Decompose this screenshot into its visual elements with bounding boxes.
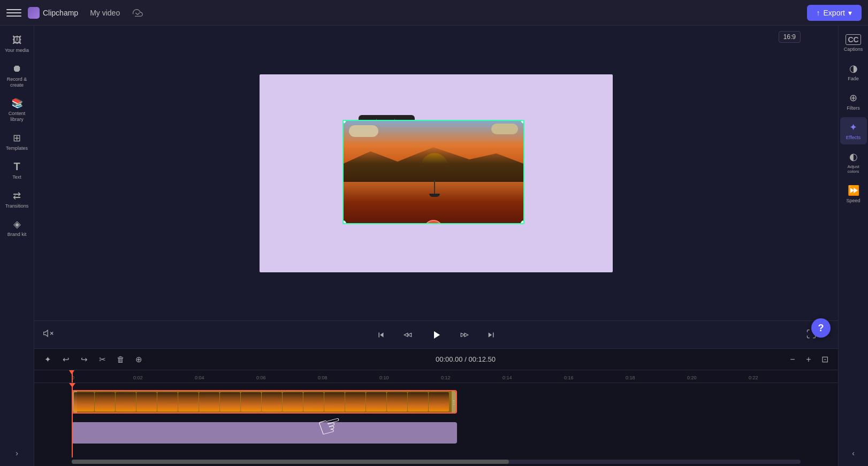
clip-frame — [241, 392, 261, 411]
captions-icon: CC — [846, 34, 861, 45]
sidebar-item-label-templates: Templates — [6, 146, 28, 151]
content-library-icon: 📚 — [11, 97, 23, 109]
right-sidebar: CC Captions ◑ Fade ⊕ Filters ✦ Effects ◐… — [838, 26, 868, 466]
resize-handle-bottom-right[interactable] — [521, 220, 524, 224]
timeline-time-display: 00:00.00 / 00:12.50 — [150, 355, 781, 363]
timeline-scrollbar[interactable] — [72, 460, 801, 464]
clip-frame — [95, 392, 115, 411]
right-tool-filters[interactable]: ⊕ Filters — [840, 88, 867, 115]
clip-frame — [199, 392, 219, 411]
clip-frame — [157, 392, 178, 411]
clip-frame — [387, 392, 407, 411]
right-tool-effects[interactable]: ✦ Effects — [840, 117, 867, 144]
preview-area: 16:9 ⊡ ⊟ ••• — [34, 26, 838, 320]
video-track: ⋮ — [72, 388, 838, 415]
zoom-controls: − + ⊡ — [786, 353, 832, 366]
audio-track — [72, 419, 838, 446]
timeline-playhead-line[interactable] — [72, 383, 73, 457]
right-tool-speed[interactable]: ⏩ Speed — [840, 180, 867, 208]
adjust-colors-icon: ◐ — [849, 151, 858, 163]
clip-handle-right[interactable]: ⋮ — [452, 391, 456, 412]
text-icon: T — [11, 161, 23, 173]
sidebar-item-label-brand: Brand kit — [7, 232, 27, 238]
main-layout: 🖼 Your media ⏺ Record &create 📚 Contentl… — [0, 26, 868, 466]
playback-bar — [34, 320, 838, 348]
undo-button[interactable]: ↩ — [59, 353, 73, 366]
delete-button[interactable]: 🗑 — [113, 353, 127, 366]
fade-icon: ◑ — [849, 63, 858, 74]
go-to-end-button[interactable] — [483, 327, 499, 343]
preview-canvas: ⊡ ⊟ ••• — [260, 74, 613, 272]
fast-forward-button[interactable] — [456, 327, 473, 343]
right-tool-fade[interactable]: ◑ Fade — [840, 58, 867, 86]
svg-line-0 — [136, 12, 138, 14]
right-sidebar-collapse[interactable]: ‹ — [848, 445, 859, 462]
zoom-in-button[interactable]: + — [802, 353, 816, 366]
export-label: Export — [824, 9, 845, 17]
redo-button[interactable]: ↪ — [77, 353, 91, 366]
timeline-tracks: ⋮ — [34, 383, 838, 457]
cut-button[interactable]: ✂ — [95, 353, 109, 366]
export-chevron: ▾ — [848, 9, 852, 17]
effects-label: Effects — [846, 135, 861, 140]
topbar: Clipchamp My video ↑ Export ▾ — [0, 0, 868, 26]
resize-handle-top-right[interactable] — [521, 120, 524, 124]
play-button[interactable] — [427, 325, 446, 345]
adjust-colors-label: Adjust colors — [842, 164, 865, 174]
hamburger-menu[interactable] — [6, 5, 21, 20]
app-name: Clipchamp — [43, 9, 78, 17]
video-clip-preview — [344, 121, 523, 223]
clip-frame — [116, 392, 136, 411]
help-button[interactable]: ? — [811, 318, 831, 338]
brand-kit-icon: ◈ — [11, 218, 23, 230]
record-create-icon: ⏺ — [11, 63, 23, 75]
video-title[interactable]: My video — [85, 6, 125, 19]
svg-line-1 — [138, 12, 140, 14]
speed-label: Speed — [846, 198, 860, 203]
sidebar-item-label-your-media: Your media — [5, 48, 29, 54]
logo-icon — [28, 7, 40, 19]
clip-frame — [262, 392, 282, 411]
export-icon: ↑ — [817, 9, 820, 17]
sidebar-item-content-library[interactable]: 📚 Contentlibrary — [2, 93, 32, 127]
video-clip-on-canvas[interactable] — [342, 120, 524, 224]
audio-track-clip[interactable] — [72, 422, 457, 444]
go-to-start-button[interactable] — [373, 327, 389, 343]
aspect-ratio-button[interactable]: 16:9 — [779, 31, 801, 43]
sidebar-item-brand-kit[interactable]: ◈ Brand kit — [2, 214, 32, 242]
add-track-button[interactable]: ⊕ — [132, 353, 146, 366]
effects-icon: ✦ — [849, 121, 857, 133]
clip-frames — [73, 391, 456, 412]
fade-label: Fade — [848, 76, 859, 81]
filters-icon: ⊕ — [849, 92, 857, 104]
video-track-clip[interactable]: ⋮ — [72, 390, 457, 414]
sidebar-item-templates[interactable]: ⊞ Templates — [2, 128, 32, 156]
sidebar-item-label-text: Text — [12, 174, 21, 180]
playhead-triangle — [69, 370, 74, 375]
add-media-button[interactable]: ✦ — [41, 353, 55, 366]
sidebar-expand-arrow[interactable]: › — [11, 445, 22, 462]
right-tool-captions[interactable]: CC Captions — [840, 30, 867, 56]
export-button[interactable]: ↑ Export ▾ — [807, 5, 862, 21]
zoom-out-button[interactable]: − — [786, 353, 800, 366]
sidebar-item-record-create[interactable]: ⏺ Record &create — [2, 59, 32, 93]
clip-frame — [136, 392, 157, 411]
fit-to-screen-button[interactable]: ⊡ — [818, 353, 832, 366]
clip-frame — [303, 392, 324, 411]
mute-button[interactable] — [43, 328, 54, 341]
left-sidebar: 🖼 Your media ⏺ Record &create 📚 Contentl… — [0, 26, 34, 466]
right-tool-adjust-colors[interactable]: ◐ Adjust colors — [840, 147, 867, 178]
sidebar-item-your-media[interactable]: 🖼 Your media — [2, 30, 32, 58]
sidebar-item-label-transitions: Transitions — [5, 203, 29, 209]
rewind-button[interactable] — [400, 327, 416, 343]
cloud-sync-icon[interactable] — [132, 6, 144, 19]
timeline-scrollbar-thumb[interactable] — [72, 460, 509, 464]
boat-element — [427, 180, 443, 202]
clip-frame — [345, 392, 366, 411]
clip-frame — [429, 392, 449, 411]
sidebar-item-text[interactable]: T Text — [2, 157, 32, 185]
ruler-playhead — [72, 370, 73, 383]
sidebar-item-transitions[interactable]: ⇄ Transitions — [2, 186, 32, 213]
timeline-area: ✦ ↩ ↪ ✂ 🗑 ⊕ 00:00.00 / 00:12.50 − + ⊡ 0 … — [34, 348, 838, 466]
ruler-marks: 0 0:02 0:04 0:06 0:08 0:10 0:12 0:14 0:1… — [72, 370, 838, 383]
